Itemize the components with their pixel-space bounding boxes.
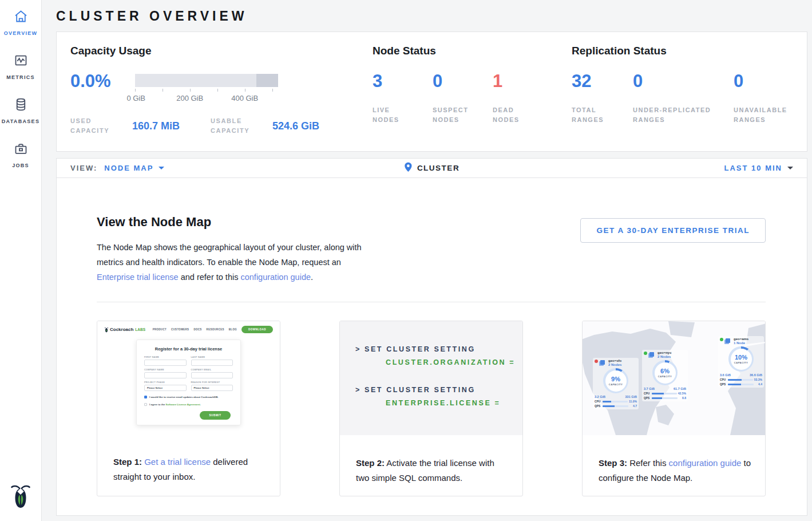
node-widget-ams: geo=ams 1 Node 10% CAPACITY 3.6 GiB — [718, 336, 764, 388]
get-trial-license-link[interactable]: Get a trial license — [144, 457, 211, 467]
capacity-axis: 0 GiB 200 GiB 400 GiB — [135, 89, 278, 104]
used-gib: 3.7 GiB — [644, 387, 655, 390]
total-ranges-stat: 32 TOTAL RANGES — [572, 71, 633, 125]
node-map-panel: View the Node Map The Node Map shows the… — [56, 178, 807, 516]
field-label: REASON FOR INTEREST — [191, 381, 233, 384]
chevron-down-icon — [787, 167, 793, 169]
unavailable-ranges-label: UNAVAILABLE RANGES — [734, 105, 797, 125]
step-1-card: Cockroach LABS PRODUCT CUSTOMERS DOCS RE… — [97, 321, 280, 496]
capacity-bar-nonusable-segment — [256, 74, 278, 87]
cpu-label: CPU — [595, 400, 601, 403]
under-replicated-ranges-value: 0 — [633, 71, 734, 92]
sidebar-item-metrics[interactable]: METRICS — [0, 44, 41, 88]
cockroach-labs-wordmark: Cockroach LABS — [104, 327, 145, 333]
time-range-value: LAST 10 MIN — [724, 164, 782, 172]
cluster-scope-label: CLUSTER — [417, 164, 460, 172]
usable-capacity-value: 524.6 GiB — [272, 120, 319, 132]
enterprise-trial-license-link[interactable]: Enterprise trial license — [97, 273, 179, 282]
description-line: and refer to this — [179, 273, 241, 282]
configuration-guide-link[interactable]: configuration guide — [669, 458, 742, 468]
locality-name: geo=sfo — [608, 359, 621, 362]
cluster-summary-panel: Capacity Usage 0.0% 0 GiB 200 GiB 400 Gi… — [56, 31, 807, 152]
map-pin-icon — [404, 162, 412, 175]
nav-item: BLOG — [229, 328, 237, 331]
sidebar-item-label: METRICS — [6, 74, 35, 80]
capacity-donut: 6% CAPACITY — [652, 360, 678, 385]
checkbox-label: I would like to receive email updates ab… — [149, 396, 219, 398]
axis-tick-label: 400 GiB — [231, 94, 258, 102]
email-updates-checkbox — [144, 396, 147, 398]
qps-label: QPS — [644, 397, 651, 400]
unavailable-ranges-value: 0 — [734, 71, 797, 92]
last-name-field — [191, 360, 233, 366]
nav-item: CUSTOMERS — [171, 328, 189, 331]
metrics-icon — [13, 53, 29, 70]
cockroach-labs-logo — [10, 482, 31, 512]
axis-tick-label: 0 GiB — [126, 94, 145, 102]
sidebar-item-databases[interactable]: DATABASES — [0, 88, 41, 132]
view-dropdown[interactable]: NODE MAP — [104, 164, 164, 172]
time-range-dropdown[interactable]: LAST 10 MIN — [724, 164, 793, 172]
suspect-nodes-value: 0 — [433, 71, 493, 92]
first-name-field — [144, 360, 187, 366]
under-replicated-ranges-stat: 0 UNDER-REPLICATED RANGES — [633, 71, 734, 125]
total-gib: 36.6 GiB — [750, 373, 762, 377]
total-ranges-label: TOTAL RANGES — [572, 105, 617, 125]
axis-tick-label: 200 GiB — [176, 94, 203, 102]
capacity-bar — [135, 74, 278, 87]
node-map-description: The Node Map shows the geographical layo… — [97, 240, 371, 285]
enterprise-trial-button[interactable]: GET A 30-DAY ENTERPRISE TRIAL — [580, 218, 766, 243]
nav-item: PRODUCT — [153, 328, 167, 331]
chevron-down-icon — [159, 167, 164, 169]
live-status-dot — [720, 338, 723, 341]
total-gib: 331 GiB — [625, 395, 637, 398]
view-bar: VIEW: NODE MAP CLUSTER LAST 10 MIN — [56, 158, 807, 178]
total-gib: 61.7 GiB — [674, 387, 686, 390]
description-line: The Node Map shows the geographical layo… — [97, 243, 362, 252]
company-name-field — [144, 372, 187, 378]
usable-capacity-label: USABLE CAPACITY — [211, 116, 266, 136]
capacity-percent: 6% — [660, 368, 670, 374]
qps-value: 4.7 — [629, 404, 637, 408]
node-cube-icon — [649, 352, 654, 357]
capacity-usage-title: Capacity Usage — [70, 45, 373, 57]
qps-value: 4.4 — [755, 382, 762, 386]
qps-label: QPS — [720, 383, 727, 386]
step-text: Refer this — [629, 458, 666, 468]
home-icon — [13, 9, 29, 26]
live-status-dot — [644, 352, 647, 355]
step-label: Step 1: — [113, 457, 142, 467]
capacity-percent: 10% — [735, 354, 747, 361]
configuration-guide-link[interactable]: configuration guide — [240, 273, 311, 282]
cpu-label: CPU — [720, 378, 727, 381]
section-divider — [97, 302, 766, 302]
license-agreement-checkbox — [144, 403, 147, 406]
capacity-usage-section: Capacity Usage 0.0% 0 GiB 200 GiB 400 Gi… — [70, 45, 373, 151]
checkbox-label: I agree to the Software License Agreemen… — [149, 403, 201, 406]
sidebar-item-jobs[interactable]: JOBS — [0, 132, 41, 176]
step-3-caption: Step 3: Refer this configuration guide t… — [583, 456, 765, 486]
site-nav: PRODUCT CUSTOMERS DOCS RESOURCES BLOG DO… — [153, 326, 273, 333]
field-label: PROJECT PHASE — [144, 381, 187, 384]
live-nodes-value: 3 — [373, 71, 433, 92]
node-count: 2 Nodes — [608, 363, 621, 366]
databases-icon — [13, 97, 29, 115]
used-gib: 3.2 GiB — [595, 395, 605, 398]
node-status-section: Node Status 3 LIVE NODES 0 SUSPECT NODES… — [373, 45, 572, 151]
suspect-nodes-label: SUSPECT NODES — [433, 105, 478, 125]
node-count: 1 Node — [734, 341, 748, 345]
submit-pill: SUBMIT — [200, 411, 231, 420]
sidebar-item-label: OVERVIEW — [4, 30, 38, 36]
capacity-label: CAPACITY — [609, 383, 623, 386]
view-label: VIEW: — [70, 164, 97, 172]
sidebar-item-label: JOBS — [12, 163, 29, 168]
cpu-label: CPU — [644, 392, 651, 395]
capacity-label: CAPACITY — [734, 361, 748, 364]
dead-nodes-value: 1 — [493, 71, 527, 92]
under-replicated-ranges-label: UNDER-REPLICATED RANGES — [633, 105, 730, 125]
sidebar-item-overview[interactable]: OVERVIEW — [0, 0, 41, 44]
cpu-value: 11.0% — [629, 400, 637, 403]
live-nodes-stat: 3 LIVE NODES — [373, 71, 433, 125]
trial-registration-screenshot: Cockroach LABS PRODUCT CUSTOMERS DOCS RE… — [97, 321, 280, 428]
breadcrumb-cluster: CLUSTER — [404, 162, 460, 175]
